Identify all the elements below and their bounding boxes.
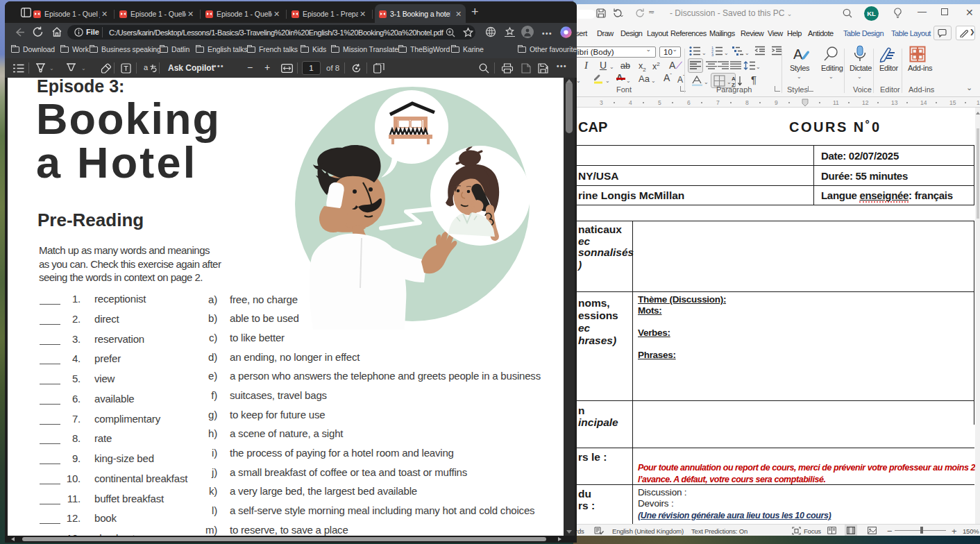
svg-text:A: A	[732, 76, 736, 82]
svg-text:A: A	[793, 46, 803, 62]
svg-text:3: 3	[711, 53, 713, 56]
